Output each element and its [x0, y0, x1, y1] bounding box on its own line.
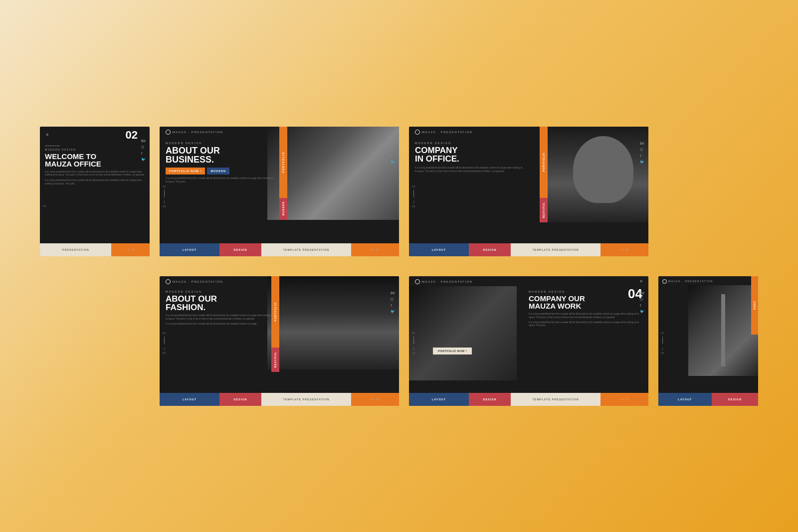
social-instagram: ◻ [141, 145, 146, 149]
body-slide5: It is a long established fact that a rea… [529, 313, 640, 320]
social-instagram-4: ◻ [391, 297, 395, 301]
title-fashion-1: ABOUT OUR [166, 295, 273, 304]
footer-design-4: DESIGN [233, 398, 247, 401]
logo-text-6: MAUZA · PRESENTATION [668, 280, 713, 283]
footer-layout-6: LAYOUT [678, 398, 692, 401]
step-02-s2: 02 [163, 185, 166, 188]
footer-design-5: DESIGN [483, 398, 496, 401]
title-company-2: IN OFFICE. [415, 155, 537, 164]
hamburger-icon: ≡ [46, 133, 48, 137]
logo-text-5: MAUZA · PRESENTATION [422, 280, 472, 283]
footer-presentation: PRESENTATION [62, 248, 89, 251]
body-text-slide2: It is a long established fact that a rea… [166, 177, 273, 184]
fashion-image [267, 276, 399, 369]
nav-arrow-s2: ↓ [163, 199, 165, 204]
title-about-business-1: ABOUT OUR [166, 146, 273, 156]
social-be-4: Bé [391, 291, 395, 295]
sub-label-2: MODERN DESIGN [166, 142, 273, 145]
logo-circle-5 [415, 279, 420, 284]
slide-top-center: MAUZA · PRESENTATION ≡ 10 MODERN DESIGN … [160, 127, 399, 256]
social-be-3: Bé [640, 142, 644, 145]
step-02-s6: 02 [661, 332, 664, 335]
footer-layout-2: LAYOUT [183, 248, 197, 251]
footer-design-6: DESIGN [728, 398, 742, 401]
slide-bottom-center: MAUZA · PRESENTATION ≡ 04 PORTFOLIO NOW … [409, 276, 648, 406]
partial-image [688, 285, 758, 376]
title-company-1: COMPANY [415, 146, 537, 155]
footer-number-3: 01 [625, 248, 628, 251]
portfolio-now-center[interactable]: PORTFOLIO NOW ! [433, 348, 472, 355]
step-03-s3: 03 [412, 205, 415, 208]
step-02-s3: 02 [412, 185, 415, 188]
footer-template-3: TEMPLATE PRESENTATION [532, 248, 579, 251]
step-03: 03 [43, 204, 46, 207]
slide-bottom-right-partial: MAUZA · PRESENTATION 02 ↓ 03 POST [658, 276, 758, 406]
step-03-s5: 03 [412, 352, 415, 355]
social-instagram-2: ◻ [391, 148, 395, 152]
footer-arrow-4: → [371, 398, 374, 401]
slide-number-02: 02 [120, 130, 144, 141]
step-03-s2: 03 [163, 205, 166, 208]
social-be: Bé [141, 139, 146, 143]
body-slide4: It is a long established fact that a rea… [166, 314, 273, 321]
modern-button[interactable]: MODERN [207, 168, 229, 175]
portfolio-bar-3: PORTFOLIO [540, 127, 548, 198]
main-title-line1: WELCOME TO [45, 153, 145, 160]
portrait-image [548, 127, 648, 222]
social-be-2: Bé [391, 142, 395, 145]
woman-image [409, 286, 517, 381]
slide-bottom-left: MAUZA · PRESENTATION ≡ 03 MODERN DESIGN … [160, 276, 399, 406]
social-twitter: 🐦 [141, 158, 146, 162]
nav-arrow-s3: ↓ [412, 199, 414, 204]
logo-circle-3 [415, 130, 420, 135]
footer-layout-4: LAYOUT [183, 398, 197, 401]
social-instagram-5: ◻ [640, 297, 644, 301]
logo-text-2: MAUZA · PRESENTATION [173, 131, 223, 134]
sub-label-4: MODERN DESIGN [166, 290, 273, 293]
social-be-5: Bé [640, 291, 644, 295]
social-twitter-2: 🐦 [391, 160, 395, 164]
social-instagram-3: ◻ [640, 148, 644, 152]
sub-label: MODERN DESIGN [45, 148, 145, 151]
step-03-s6: 03 [661, 352, 664, 355]
step-03-s4: 03 [163, 352, 166, 355]
footer-design-2: DESIGN [233, 248, 247, 251]
social-twitter-3: 🐦 [640, 160, 644, 164]
footer-arrow-3: → [620, 248, 623, 251]
portfolio-bar: PORTFOLIO [279, 127, 287, 198]
social-twitter-5: 🐦 [640, 310, 644, 314]
slide-top-right: MAUZA · PRESENTATION ≡ 09 MODERN DESIGN … [409, 127, 648, 256]
social-facebook-4: f [391, 304, 395, 307]
hamburger-5: ≡ [640, 279, 642, 284]
footer-number-4: 01 [376, 398, 379, 401]
beatiful-bar-3: BEATIFUL [540, 198, 548, 222]
footer-number: 01 [131, 248, 134, 251]
logo-circle-2 [166, 130, 171, 135]
body-slide3: It is a long established fact that a rea… [415, 167, 525, 174]
footer-layout-5: LAYOUT [432, 398, 446, 401]
title-mauza-1: COMPANY OUR [529, 295, 640, 303]
title-mauza-2: MAUZA WORK [529, 302, 640, 310]
nav-arrow-s6: ↓ [661, 346, 663, 351]
step-02-s5: 02 [412, 332, 415, 335]
body-text-2: It is a long established fact that a rea… [45, 179, 145, 186]
slides-grid: ≡ 02 MODERN DESIGN WELCOME TO MAUZA OFFI… [20, 102, 778, 431]
portfolio-bar-4: PORTFOLIO [271, 276, 279, 348]
portfolio-bar-6: POST [751, 276, 758, 335]
modern-bar: MODERN [279, 198, 287, 220]
body-slide4-2: It is a long established fact that a rea… [166, 323, 273, 326]
slide-top-left: ≡ 02 MODERN DESIGN WELCOME TO MAUZA OFFI… [40, 127, 150, 256]
title-about-business-2: BUSINESS. [166, 155, 273, 165]
nav-arrow-s4: ↓ [163, 346, 165, 351]
portfolio-now-button[interactable]: PORTFOLIO NOW ! [166, 168, 205, 175]
step-02-s4: 02 [163, 332, 166, 335]
footer-template-5: TEMPLATE PRESENTATION [532, 398, 579, 401]
beatiful-bar-4: BEATIFUL [271, 348, 279, 372]
social-facebook-2: f [391, 154, 395, 158]
body-text-1: It is a long established fact that a rea… [45, 171, 145, 177]
footer-arrow-5: → [620, 398, 623, 401]
logo-text-4: MAUZA · PRESENTATION [173, 280, 223, 283]
footer-arrow-2: → [371, 248, 374, 251]
social-facebook: f [141, 152, 146, 155]
social-twitter-4: 🐦 [391, 310, 395, 314]
